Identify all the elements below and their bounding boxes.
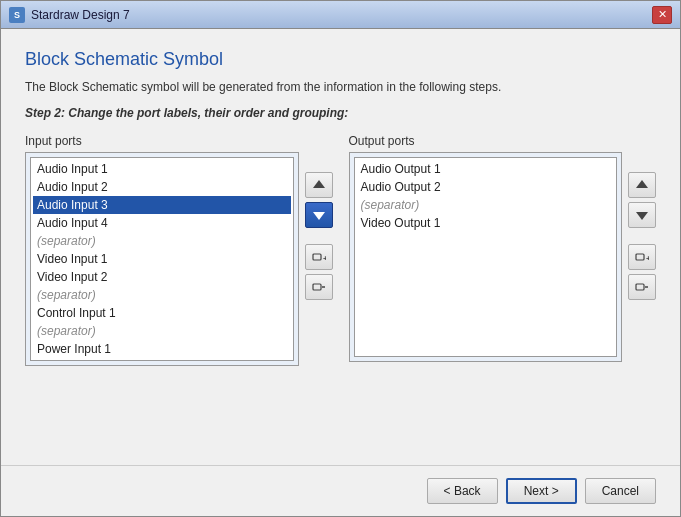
list-item[interactable]: Audio Input 3 [33, 196, 291, 214]
svg-rect-8 [636, 254, 644, 260]
input-ports-box-wrapper: Audio Input 1Audio Input 2Audio Input 3A… [25, 152, 299, 366]
list-item[interactable]: (separator) [33, 322, 291, 340]
output-move-up-button[interactable] [628, 172, 656, 198]
svg-marker-7 [636, 212, 648, 220]
page-title: Block Schematic Symbol [25, 49, 656, 70]
list-item[interactable]: Video Output 1 [357, 214, 615, 232]
ports-container: Input ports Audio Input 1Audio Input 2Au… [25, 134, 656, 445]
svg-marker-0 [313, 180, 325, 188]
input-ports-list[interactable]: Audio Input 1Audio Input 2Audio Input 3A… [30, 157, 294, 361]
input-ports-section: Input ports Audio Input 1Audio Input 2Au… [25, 134, 333, 445]
list-item[interactable]: Video Input 1 [33, 250, 291, 268]
close-button[interactable]: ✕ [652, 6, 672, 24]
input-remove-separator-button[interactable] [305, 274, 333, 300]
list-item[interactable]: (separator) [33, 232, 291, 250]
svg-text:+: + [323, 254, 326, 263]
list-item[interactable]: Audio Input 4 [33, 214, 291, 232]
footer: < Back Next > Cancel [1, 465, 680, 516]
output-add-separator-button[interactable]: + [628, 244, 656, 270]
input-add-separator-button[interactable]: + [305, 244, 333, 270]
description-text: The Block Schematic symbol will be gener… [25, 80, 656, 94]
output-ports-section: Output ports Audio Output 1Audio Output … [349, 134, 657, 445]
back-button[interactable]: < Back [427, 478, 498, 504]
output-port-buttons: + [628, 152, 656, 362]
list-item[interactable]: Audio Input 1 [33, 160, 291, 178]
list-item[interactable]: Power Input 1 [33, 340, 291, 358]
output-ports-list[interactable]: Audio Output 1Audio Output 2(separator)V… [354, 157, 618, 357]
content-area: Block Schematic Symbol The Block Schemat… [1, 29, 680, 465]
output-remove-separator-button[interactable] [628, 274, 656, 300]
list-item[interactable]: Control Input 1 [33, 304, 291, 322]
input-ports-area: Audio Input 1Audio Input 2Audio Input 3A… [25, 152, 333, 366]
output-ports-label: Output ports [349, 134, 657, 148]
list-item[interactable]: Audio Output 2 [357, 178, 615, 196]
input-ports-label: Input ports [25, 134, 333, 148]
titlebar: S Stardraw Design 7 ✕ [1, 1, 680, 29]
input-port-buttons: + [305, 152, 333, 366]
input-move-up-button[interactable] [305, 172, 333, 198]
svg-text:+: + [646, 254, 649, 263]
svg-marker-1 [313, 212, 325, 220]
svg-rect-10 [636, 284, 644, 290]
input-move-down-button[interactable] [305, 202, 333, 228]
main-window: S Stardraw Design 7 ✕ Block Schematic Sy… [0, 0, 681, 517]
list-item[interactable]: (separator) [33, 286, 291, 304]
step-label: Step 2: Change the port labels, their or… [25, 106, 656, 120]
app-icon: S [9, 7, 25, 23]
cancel-button[interactable]: Cancel [585, 478, 656, 504]
list-item[interactable]: Audio Input 2 [33, 178, 291, 196]
list-item[interactable]: Audio Output 1 [357, 160, 615, 178]
list-item[interactable]: (separator) [357, 196, 615, 214]
svg-rect-4 [313, 284, 321, 290]
window-title: Stardraw Design 7 [31, 8, 652, 22]
list-item[interactable]: Video Input 2 [33, 268, 291, 286]
output-ports-box-wrapper: Audio Output 1Audio Output 2(separator)V… [349, 152, 623, 362]
output-ports-area: Audio Output 1Audio Output 2(separator)V… [349, 152, 657, 362]
svg-marker-6 [636, 180, 648, 188]
next-button[interactable]: Next > [506, 478, 577, 504]
svg-rect-2 [313, 254, 321, 260]
output-move-down-button[interactable] [628, 202, 656, 228]
